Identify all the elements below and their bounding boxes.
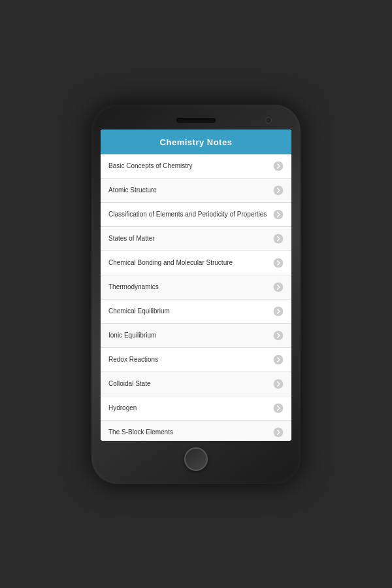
phone-bottom-bar	[101, 447, 291, 471]
list-item[interactable]: Ionic Equilibrium	[101, 324, 291, 348]
list-item-label: Classification of Elements and Periodici…	[108, 210, 269, 218]
list-item[interactable]: The S-Block Elements	[101, 421, 291, 441]
chevron-right-icon	[273, 306, 284, 317]
chevron-right-icon	[273, 330, 284, 341]
chevron-right-icon	[273, 209, 284, 220]
svg-point-1	[274, 185, 284, 195]
list-item[interactable]: Redox Reactions	[101, 348, 291, 372]
list-item[interactable]: Thermodynamics	[101, 275, 291, 300]
list-item-label: States of Matter	[108, 234, 269, 243]
list-item-label: The S-Block Elements	[108, 428, 269, 436]
chevron-right-icon	[273, 427, 284, 438]
chevron-right-icon	[273, 403, 284, 413]
chevron-right-icon	[273, 355, 284, 365]
home-button[interactable]	[184, 447, 208, 471]
list-item-label: Redox Reactions	[108, 355, 269, 364]
svg-point-11	[274, 427, 284, 437]
phone-top-bar	[101, 118, 291, 123]
list-item-label: Ionic Equilibrium	[108, 331, 269, 339]
svg-point-5	[274, 282, 284, 292]
chevron-right-icon	[273, 282, 284, 292]
list-item-label: Thermodynamics	[108, 283, 269, 291]
list-item-label: Colloidal State	[108, 379, 269, 388]
chevron-right-icon	[273, 161, 284, 171]
camera	[265, 117, 272, 124]
svg-point-8	[274, 355, 284, 364]
svg-point-2	[274, 209, 284, 219]
speaker	[176, 118, 216, 123]
chevron-right-icon	[273, 233, 284, 244]
svg-point-10	[274, 403, 284, 413]
list-item-label: Chemical Bonding and Molecular Structure	[108, 258, 269, 267]
list-item[interactable]: Basic Concepts of Chemistry	[101, 154, 291, 179]
list-item[interactable]: Chemical Equilibrium	[101, 300, 291, 324]
svg-point-3	[274, 233, 284, 243]
list-item-label: Hydrogen	[108, 404, 269, 412]
svg-point-0	[274, 161, 284, 171]
phone-device: Chemistry Notes Basic Concepts of Chemis…	[91, 105, 301, 484]
svg-point-4	[274, 258, 284, 268]
list-item-label: Chemical Equilibrium	[108, 307, 269, 315]
list-item-label: Atomic Structure	[108, 186, 269, 194]
list-item[interactable]: Colloidal State	[101, 372, 291, 396]
chevron-right-icon	[273, 185, 284, 196]
app-header: Chemistry Notes	[101, 130, 291, 154]
list-item[interactable]: Atomic Structure	[101, 179, 291, 203]
list-item-label: Basic Concepts of Chemistry	[108, 162, 269, 170]
svg-point-6	[274, 306, 284, 316]
list-item[interactable]: States of Matter	[101, 227, 291, 251]
list-item[interactable]: Chemical Bonding and Molecular Structure	[101, 251, 291, 275]
chevron-right-icon	[273, 379, 284, 389]
list-item[interactable]: Hydrogen	[101, 396, 291, 421]
app-title: Chemistry Notes	[160, 137, 233, 147]
list-container[interactable]: Basic Concepts of ChemistryAtomic Struct…	[101, 154, 291, 441]
chevron-right-icon	[273, 258, 284, 268]
screen: Chemistry Notes Basic Concepts of Chemis…	[101, 130, 291, 441]
svg-point-7	[274, 330, 284, 340]
list-item[interactable]: Classification of Elements and Periodici…	[101, 203, 291, 227]
svg-point-9	[274, 379, 284, 389]
